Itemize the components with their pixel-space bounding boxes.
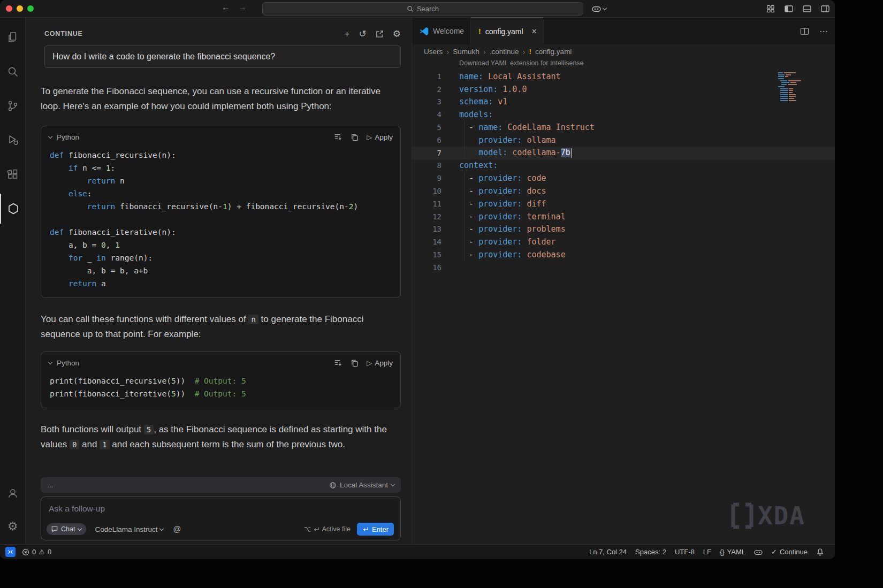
cursor-position[interactable]: Ln 7, Col 24: [585, 545, 631, 560]
continue-extension-icon[interactable]: [0, 194, 26, 224]
navigate-forward-button[interactable]: →: [238, 3, 247, 12]
editor-line[interactable]: 14 - provider: folder: [412, 235, 835, 248]
settings-gear-icon[interactable]: ⚙: [0, 511, 26, 541]
copilot-status[interactable]: [750, 545, 767, 560]
close-window-button[interactable]: [6, 5, 12, 12]
editor-content[interactable]: 1name: Local Assistant2version: 1.0.03sc…: [412, 69, 835, 544]
insert-at-cursor-icon[interactable]: [333, 358, 342, 367]
zoom-window-button[interactable]: [27, 5, 34, 12]
problems-indicator[interactable]: 0 ⚠ 0: [22, 548, 51, 556]
breadcrumb-item[interactable]: .continue: [490, 48, 519, 56]
editor-line[interactable]: 4models:: [412, 108, 835, 121]
editor-line[interactable]: 3schema: v1: [412, 96, 835, 109]
line-number: 12: [412, 212, 442, 221]
copilot-menu-button[interactable]: [592, 4, 606, 13]
minimize-window-button[interactable]: [17, 5, 23, 12]
code-line: [50, 213, 392, 226]
editor-line[interactable]: 1name: Local Assistant: [412, 70, 835, 83]
apply-button[interactable]: ▷ Apply: [367, 359, 393, 367]
extensions-icon[interactable]: [0, 159, 26, 189]
enter-button[interactable]: Enter: [357, 523, 394, 536]
collapse-chevron-icon[interactable]: [48, 134, 52, 138]
eol-setting[interactable]: LF: [699, 545, 715, 560]
toggle-primary-sidebar-button[interactable]: [785, 5, 793, 13]
remote-indicator[interactable]: [5, 547, 16, 557]
minimap[interactable]: [778, 72, 808, 102]
indentation-setting[interactable]: Spaces: 2: [631, 545, 671, 560]
collapse-chevron-icon[interactable]: [48, 360, 52, 364]
add-context-button[interactable]: @: [173, 525, 181, 533]
line-number: 1: [412, 72, 442, 81]
text-cursor: [571, 148, 572, 158]
enter-label: Enter: [372, 525, 389, 533]
more-actions-icon[interactable]: ⋯: [819, 26, 828, 36]
encoding-setting[interactable]: UTF-8: [671, 545, 699, 560]
editor-line[interactable]: 12 - provider: terminal: [412, 210, 835, 223]
collapsed-options[interactable]: ...: [47, 481, 53, 489]
mode-selector[interactable]: Chat: [47, 523, 86, 535]
editor-line[interactable]: 6 provider: ollama: [412, 134, 835, 147]
editor-line[interactable]: 11 - provider: diff: [412, 197, 835, 210]
line-number: 11: [412, 200, 442, 208]
search-icon[interactable]: [0, 57, 26, 87]
history-icon[interactable]: ↺: [359, 29, 367, 39]
open-in-editor-icon[interactable]: [376, 30, 384, 38]
assistant-name: Local Assistant: [340, 481, 388, 489]
yaml-extension-hint[interactable]: Download YAML extension for Intellisense: [459, 59, 835, 69]
breadcrumb-item[interactable]: Sumukh: [453, 48, 479, 56]
assistant-selector[interactable]: Local Assistant: [329, 481, 394, 489]
chat-input-box[interactable]: Chat CodeLlama Instruct @: [41, 497, 401, 540]
activity-bar: ⚙: [0, 18, 26, 544]
breadcrumb: Users › Sumukh › .continue › ! config.ya…: [412, 44, 835, 58]
code-lines: 1name: Local Assistant2version: 1.0.03sc…: [412, 70, 835, 274]
editor-line[interactable]: 7 model: codellama-7b: [412, 147, 835, 159]
language-mode[interactable]: {} YAML: [715, 545, 750, 560]
editor-line[interactable]: 15 - provider: codebase: [412, 248, 835, 261]
editor-line[interactable]: 13 - provider: problems: [412, 223, 835, 236]
toggle-panel-button[interactable]: [803, 5, 811, 13]
panel-settings-gear-icon[interactable]: ⚙: [393, 29, 401, 39]
command-center-search[interactable]: Search: [262, 2, 583, 16]
braces-icon: {}: [720, 548, 725, 556]
new-session-button[interactable]: +: [345, 29, 350, 39]
status-bar: 0 ⚠ 0 Ln 7, Col 24 Spaces: 2 UTF-8 LF {}…: [0, 544, 835, 559]
run-debug-icon[interactable]: [0, 125, 26, 155]
editor-line[interactable]: 16: [412, 261, 835, 274]
traffic-lights: [6, 5, 34, 12]
source-control-icon[interactable]: [0, 91, 26, 121]
code-line: a, b = b, a+b: [50, 264, 392, 277]
editor-line[interactable]: 10 - provider: docs: [412, 185, 835, 197]
model-selector[interactable]: CodeLlama Instruct: [95, 525, 163, 533]
editor-line[interactable]: 2version: 1.0.0: [412, 83, 835, 96]
account-icon[interactable]: [0, 478, 26, 508]
active-file-toggle[interactable]: Active file: [304, 525, 351, 533]
notifications-bell-icon[interactable]: [812, 545, 828, 560]
assistant-selector-bar[interactable]: ... Local Assistant: [41, 477, 401, 493]
indent-guide: [464, 121, 465, 159]
tab-welcome[interactable]: Welcome: [412, 18, 471, 44]
copy-icon[interactable]: [350, 133, 359, 141]
split-editor-icon[interactable]: [800, 27, 809, 35]
editor-line[interactable]: 9 - provider: code: [412, 172, 835, 185]
chat-input[interactable]: [41, 497, 400, 514]
warnings-count: 0: [48, 548, 51, 556]
toggle-secondary-sidebar-button[interactable]: [821, 5, 829, 13]
mode-label: Chat: [61, 525, 75, 533]
navigate-back-button[interactable]: ←: [222, 3, 230, 12]
breadcrumb-item[interactable]: Users: [424, 48, 443, 56]
close-tab-icon[interactable]: ×: [532, 27, 537, 36]
explorer-icon[interactable]: [0, 22, 26, 52]
editor-line[interactable]: 5 - name: CodeLlama Instruct: [412, 121, 835, 134]
editor-line[interactable]: 8context:: [412, 159, 835, 172]
line-number: 5: [412, 123, 442, 132]
customize-layout-button[interactable]: [766, 5, 775, 13]
copy-icon[interactable]: [350, 358, 359, 367]
insert-at-cursor-icon[interactable]: [333, 133, 342, 141]
code-line: def fibonacci_recursive(n):: [50, 149, 392, 162]
continue-status[interactable]: ✓ Continue: [767, 545, 812, 560]
continue-panel-header: CONTINUE + ↺ ⚙: [26, 18, 412, 44]
apply-button[interactable]: ▷ Apply: [367, 133, 393, 141]
tab-config-yaml[interactable]: ! config.yaml ×: [471, 18, 544, 44]
user-message[interactable]: How do I write a code to generate the fi…: [44, 45, 401, 68]
breadcrumb-item[interactable]: config.yaml: [535, 48, 572, 56]
